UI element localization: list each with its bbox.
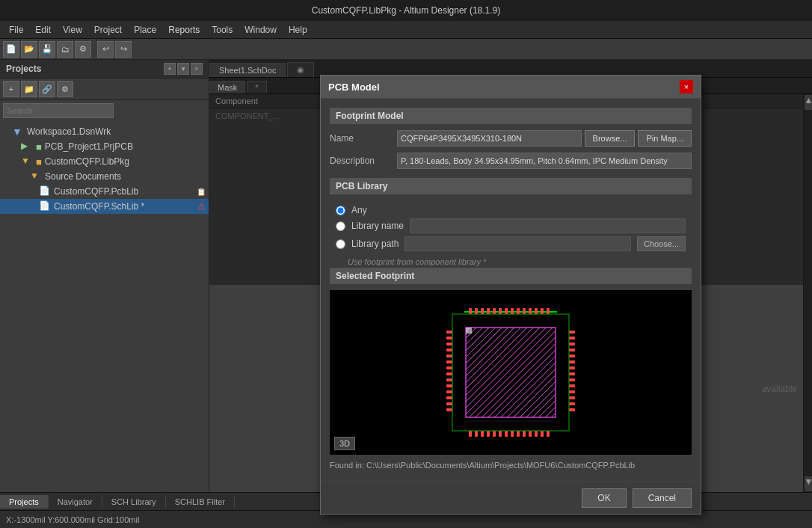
choose-btn[interactable]: Choose...: [637, 236, 686, 251]
svg-rect-36: [446, 354, 452, 357]
btn-3d[interactable]: 3D: [334, 437, 355, 450]
svg-rect-48: [569, 343, 575, 346]
svg-rect-43: [446, 396, 452, 399]
svg-rect-12: [517, 308, 520, 314]
menu-window[interactable]: Window: [239, 23, 283, 37]
toolbar-redo[interactable]: ↪: [115, 41, 132, 58]
dialog-title: PCB Model: [328, 82, 380, 93]
pcblib-modified-icon: 📋: [197, 188, 206, 196]
menu-project[interactable]: Project: [88, 23, 128, 37]
pcblib-icon: 📄: [39, 185, 51, 197]
svg-rect-41: [446, 384, 452, 387]
tree-pcb-project[interactable]: ▶ ■ PCB_Project1.PrjPCB: [0, 139, 209, 154]
description-row: Description P, 180-Leads, Body 34.95x34.…: [330, 153, 692, 169]
tree-source-docs[interactable]: ▼ Source Documents: [0, 169, 209, 184]
tab-navigator[interactable]: Navigator: [49, 495, 102, 509]
libpkg-label: CustomCQFP.LibPkg: [45, 156, 129, 167]
source-docs-label: Source Documents: [45, 171, 121, 182]
main-content: Sheet1.SchDoc ◉ Mask * Component D COMPO…: [209, 60, 812, 492]
name-label: Name: [330, 133, 397, 144]
menu-place[interactable]: Place: [128, 23, 162, 37]
use-footprint-text: Use footprint from component library *: [330, 256, 692, 268]
svg-rect-10: [505, 308, 508, 314]
tab-sch-library[interactable]: SCH Library: [102, 495, 166, 509]
radio-any-label[interactable]: Any: [351, 205, 367, 215]
menu-view[interactable]: View: [57, 23, 88, 37]
toolbar-open[interactable]: 📂: [21, 41, 37, 58]
panel-header: Projects + ▾ ×: [0, 60, 209, 79]
project-tree: ▼ Workspace1.DsnWrk ▶ ■ PCB_Project1.Prj…: [0, 121, 209, 492]
cancel-btn[interactable]: Cancel: [633, 488, 692, 508]
svg-rect-7: [487, 308, 490, 314]
source-docs-icon: ▼: [30, 171, 42, 182]
pin-map-btn[interactable]: Pin Map...: [638, 130, 692, 147]
panel-close-btn[interactable]: ×: [191, 63, 203, 75]
pcblib-label: CustomCQFP.PcbLib: [54, 186, 138, 197]
radio-libname[interactable]: [336, 221, 345, 231]
radio-libpath-label[interactable]: Library path: [351, 239, 399, 249]
panel-toolbar: + 📁 🔗 ⚙: [0, 79, 209, 100]
menu-reports[interactable]: Reports: [162, 23, 206, 37]
tab-schlib-filter[interactable]: SCHLIB Filter: [166, 495, 235, 509]
radio-any-row: Any: [336, 205, 686, 215]
menu-edit[interactable]: Edit: [29, 23, 57, 37]
panel-menu-btn[interactable]: ▾: [177, 63, 189, 75]
schlib-icon: 📄: [39, 200, 51, 212]
name-value-field[interactable]: [397, 130, 582, 147]
menu-file[interactable]: File: [3, 23, 29, 37]
toolbar-save[interactable]: 💾: [39, 41, 55, 58]
svg-rect-45: [446, 408, 452, 411]
svg-rect-17: [547, 308, 550, 314]
toolbar-undo[interactable]: ↩: [97, 41, 114, 58]
radio-libname-label[interactable]: Library name: [351, 221, 404, 231]
panel-new-btn[interactable]: +: [164, 63, 176, 75]
radio-any[interactable]: [336, 206, 345, 215]
pcb-library-header: PCB Library: [330, 178, 692, 194]
svg-rect-26: [517, 431, 520, 437]
svg-rect-35: [446, 349, 452, 352]
title-bar: CustomCQFP.LibPkg - Altium Designer (18.…: [0, 0, 812, 21]
tree-libpkg[interactable]: ▼ ■ CustomCQFP.LibPkg: [0, 154, 209, 169]
svg-rect-49: [569, 349, 575, 352]
panel-folder-btn[interactable]: 📁: [21, 81, 37, 97]
panel-link-btn[interactable]: 🔗: [39, 81, 55, 97]
svg-rect-14: [529, 308, 532, 314]
menu-help[interactable]: Help: [283, 23, 313, 37]
svg-rect-8: [493, 308, 496, 314]
panel-add-btn[interactable]: +: [3, 81, 19, 97]
svg-rect-27: [523, 431, 526, 437]
svg-rect-18: [469, 431, 472, 437]
svg-rect-51: [569, 360, 575, 363]
projects-panel: Projects + ▾ × + 📁 🔗 ⚙ ▼ Workspace1.DsnW…: [0, 60, 209, 492]
main-toolbar: 📄 📂 💾 🗂 ⚙ ↩ ↪: [0, 39, 812, 60]
schlib-error-icon: ⚠: [197, 201, 206, 212]
svg-rect-55: [569, 384, 575, 387]
libname-input[interactable]: [410, 218, 686, 233]
dialog-overlay: PCB Model × Footprint Model Name Browse.…: [209, 60, 812, 492]
svg-rect-54: [569, 378, 575, 381]
dialog-close-btn[interactable]: ×: [680, 80, 693, 93]
tree-pcblib[interactable]: 📄 CustomCQFP.PcbLib 📋: [0, 184, 209, 199]
dialog-footer: OK Cancel: [321, 482, 701, 514]
svg-rect-9: [499, 308, 502, 314]
tree-workspace[interactable]: ▼ Workspace1.DsnWrk: [0, 124, 209, 139]
footprint-svg: [436, 298, 585, 447]
panel-options-btn[interactable]: ⚙: [57, 81, 73, 97]
search-input[interactable]: [3, 103, 114, 118]
menu-tools[interactable]: Tools: [206, 23, 239, 37]
svg-rect-62: [466, 328, 472, 334]
svg-rect-39: [446, 372, 452, 375]
browse-btn[interactable]: Browse...: [585, 130, 636, 147]
tab-projects[interactable]: Projects: [0, 495, 49, 509]
radio-libpath[interactable]: [336, 239, 345, 249]
tree-schlib[interactable]: 📄 CustomCQFP.SchLib * ⚠: [0, 199, 209, 214]
toolbar-save-all[interactable]: 🗂: [57, 41, 73, 58]
svg-rect-11: [511, 308, 514, 314]
toolbar-new[interactable]: 📄: [3, 41, 19, 58]
name-input[interactable]: [401, 134, 578, 143]
ok-btn[interactable]: OK: [582, 488, 626, 508]
libpath-input[interactable]: [405, 236, 631, 251]
footprint-preview: 3D: [330, 290, 692, 455]
toolbar-settings[interactable]: ⚙: [75, 41, 91, 58]
svg-rect-57: [569, 396, 575, 399]
